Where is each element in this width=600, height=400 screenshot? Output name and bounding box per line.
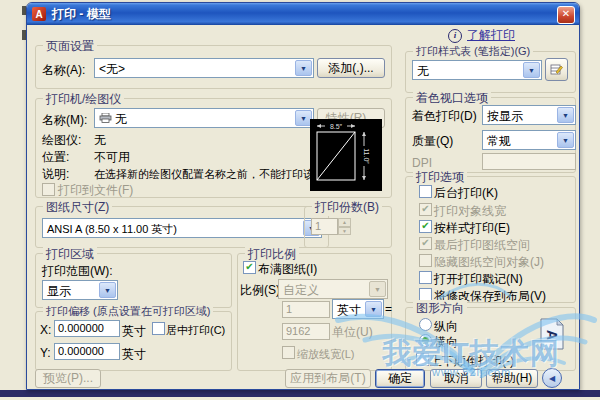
printer-name-combo[interactable]: 无 ▼ <box>94 108 314 128</box>
quality-label: 质量(Q) <box>412 133 453 150</box>
portrait-label: 纵向 <box>434 318 458 335</box>
paper-preview: 8.5″ 11.0″ <box>310 119 382 191</box>
fit-to-paper-label: 布满图纸(I) <box>258 261 317 278</box>
apply-to-layout-button: 应用到布局(T) <box>285 369 371 388</box>
preview-button: 预览(P)... <box>35 369 101 388</box>
style-table-value: 无 <box>417 63 429 80</box>
quality-value: 常规 <box>487 133 511 150</box>
paperspace-last-checkbox: ✔ <box>419 237 432 250</box>
cancel-button[interactable]: 取消 <box>430 369 482 388</box>
group-caption: 着色视口选项 <box>413 90 491 107</box>
chevron-down-icon: ▼ <box>369 281 386 297</box>
plot-lineweights-label: 打印对象线宽 <box>434 203 506 220</box>
screen: A 打印 - 模型 ✕ i 了解打印 页面设置 名称(A): <无> ▼ 添加(… <box>0 0 600 400</box>
group-caption: 打印选项 <box>413 169 467 186</box>
paper-size-combo[interactable]: ANSI A (8.50 x 11.00 英寸) ▼ <box>42 218 322 238</box>
plot-stamp-label: 打开打印戳记(N) <box>434 271 523 288</box>
orientation-letter: A <box>544 330 560 340</box>
scale-units-input: 9162 <box>282 323 330 340</box>
offset-y-input[interactable]: 0.000000 <box>54 343 120 360</box>
learn-printing-link[interactable]: 了解打印 <box>467 27 515 44</box>
offset-y-label: Y: <box>40 346 51 360</box>
pagesetup-name-combo[interactable]: <无> ▼ <box>94 58 314 78</box>
scale-value: 自定义 <box>283 282 319 299</box>
offset-x-label: X: <box>40 323 51 337</box>
add-pagesetup-button[interactable]: 添加(.)... <box>317 58 385 78</box>
autocad-app-icon: A <box>32 7 46 21</box>
close-button[interactable]: ✕ <box>557 6 575 24</box>
shade-plot-label: 着色打印(D) <box>412 108 477 125</box>
shade-plot-value: 按显示 <box>487 108 523 125</box>
plot-stamp-checkbox[interactable] <box>419 271 432 284</box>
group-caption: 打印样式表 (笔指定)(G) <box>413 44 533 59</box>
offset-x-unit: 英寸 <box>122 323 146 340</box>
background-plot-label: 后台打印(K) <box>434 185 498 202</box>
hide-paperspace-checkbox <box>419 254 432 267</box>
group-caption: 打印份数(B) <box>312 199 382 216</box>
printer-name-value: 无 <box>115 111 127 128</box>
orientation-paper-icon: A <box>538 317 566 354</box>
edit-style-table-button[interactable] <box>545 58 568 81</box>
plot-with-styles-checkbox[interactable]: ✔ <box>419 220 432 233</box>
copies-value: 1 <box>311 218 338 235</box>
paper-preview-graphic: 8.5″ 11.0″ <box>310 119 382 191</box>
ok-button[interactable]: 确定 <box>375 369 425 388</box>
center-plot-checkbox[interactable] <box>152 322 165 335</box>
location-label: 位置: <box>42 149 69 166</box>
quality-combo[interactable]: 常规 ▼ <box>482 130 576 150</box>
plot-to-file-checkbox <box>42 183 55 196</box>
group-caption: 图纸尺寸(Z) <box>43 199 112 216</box>
pagesetup-name-label: 名称(A): <box>42 62 85 79</box>
landscape-radio[interactable] <box>419 334 432 347</box>
group-caption: 打印偏移 (原点设置在可打印区域) <box>43 304 213 319</box>
shade-plot-combo[interactable]: 按显示 ▼ <box>482 105 576 125</box>
landscape-label: 横向 <box>434 334 458 351</box>
scale-combo: 自定义 ▼ <box>278 279 388 299</box>
offset-x-input[interactable]: 0.000000 <box>54 320 120 337</box>
center-plot-label: 居中打印(C) <box>166 323 225 338</box>
plot-range-combo[interactable]: 显示 ▼ <box>42 280 118 300</box>
chevron-down-icon[interactable]: ▼ <box>557 132 574 148</box>
plotter-label: 绘图仪: <box>42 132 81 149</box>
plot-range-label: 打印范围(W): <box>42 263 113 280</box>
scale-units-label: 单位(U) <box>332 324 373 341</box>
scale-unit-combo[interactable]: 英寸 ▼ <box>332 299 384 319</box>
group-caption: 打印区域 <box>43 246 97 263</box>
group-caption: 打印机/绘图仪 <box>43 91 124 108</box>
scale-lineweights-checkbox <box>282 346 295 359</box>
chevron-down-icon[interactable]: ▼ <box>557 107 574 123</box>
style-table-combo[interactable]: 无 ▼ <box>412 60 542 80</box>
copies-spinner: 1 ▲ ▼ <box>311 218 351 235</box>
plot-with-styles-label: 按样式打印(E) <box>434 220 510 237</box>
chevron-down-icon[interactable]: ▼ <box>99 282 116 298</box>
plot-lineweights-checkbox: ✔ <box>419 203 432 216</box>
plot-to-file-label: 打印到文件(F) <box>58 182 133 199</box>
portrait-radio[interactable] <box>419 318 432 331</box>
dpi-input <box>482 153 576 170</box>
dialog-body: i 了解打印 页面设置 名称(A): <无> ▼ 添加(.)... 打印机/绘图… <box>30 25 576 386</box>
chevron-down-icon[interactable]: ▼ <box>365 301 382 317</box>
title-bar[interactable]: A 打印 - 模型 ✕ <box>27 3 579 25</box>
spinner-up-icon: ▲ <box>338 218 351 227</box>
scale-lineweights-label: 缩放线宽(L) <box>297 347 354 362</box>
hide-paperspace-label: 隐藏图纸空间对象(J) <box>434 254 544 271</box>
plotter-value: 无 <box>94 132 106 149</box>
upside-down-label: 上下颠倒打印(-) <box>430 353 514 370</box>
plot-dialog: A 打印 - 模型 ✕ i 了解打印 页面设置 名称(A): <无> ▼ 添加(… <box>26 2 580 390</box>
printer-icon <box>99 113 112 123</box>
background-plot-checkbox[interactable] <box>419 185 432 198</box>
pagesetup-name-value: <无> <box>99 61 125 78</box>
chevron-down-icon[interactable]: ▼ <box>523 62 540 78</box>
upside-down-checkbox[interactable] <box>416 353 429 366</box>
edit-style-icon <box>550 63 563 76</box>
description-label: 说明: <box>42 166 69 183</box>
paperspace-last-label: 最后打印图纸空间 <box>434 237 530 254</box>
group-caption: 图形方向 <box>413 300 467 317</box>
collapse-arrow-icon: ◀ <box>549 374 555 383</box>
collapse-options-button[interactable]: ◀ <box>542 368 562 388</box>
location-value: 不可用 <box>94 149 130 166</box>
paper-size-value: ANSI A (8.50 x 11.00 英寸) <box>47 222 177 237</box>
help-button[interactable]: 帮助(H) <box>486 369 538 388</box>
chevron-down-icon[interactable]: ▼ <box>295 60 312 76</box>
fit-to-paper-checkbox[interactable]: ✔ <box>243 261 256 274</box>
